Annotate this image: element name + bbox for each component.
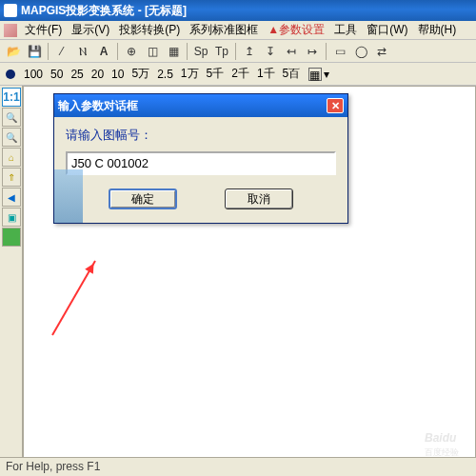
menu-series[interactable]: 系列标准图框: [186, 20, 262, 40]
scale-100[interactable]: 100: [21, 68, 46, 81]
scale-1to1-button[interactable]: 1:1: [2, 88, 21, 107]
status-text: For Help, press F1: [6, 460, 100, 473]
annotation-arrow: [51, 261, 96, 336]
target-button[interactable]: ⊕: [122, 42, 141, 61]
scale-2-5[interactable]: 2.5: [154, 68, 176, 81]
sp-button[interactable]: Sp: [191, 42, 210, 61]
scale-25[interactable]: 25: [68, 68, 86, 81]
scale-dot-icon: [6, 69, 15, 79]
scale-50[interactable]: 50: [48, 68, 66, 81]
menu-window[interactable]: 窗口(W): [363, 20, 411, 40]
scale-10[interactable]: 10: [109, 68, 127, 81]
scale-2q[interactable]: 2千: [228, 66, 252, 82]
menu-projection[interactable]: 投影转换(P): [115, 20, 184, 40]
rect-button[interactable]: ▭: [330, 42, 349, 61]
toolbar-scale: 100 50 25 20 10 5万 2.5 1万 5千 2千 1千 5百 ▦ …: [0, 63, 476, 86]
overlay-button[interactable]: ◫: [143, 42, 162, 61]
app-icon: [4, 4, 17, 17]
toolbar-main: 📂 💾 ∕ Ⲛ A ⊕ ◫ ▦ Sp Tp ↥ ↧ ↤ ↦ ▭ ◯ ⇄: [0, 40, 476, 63]
scale-5q[interactable]: 5千: [204, 66, 228, 82]
cancel-button[interactable]: 取消: [225, 188, 293, 209]
tp-button[interactable]: Tp: [212, 42, 231, 61]
menu-help[interactable]: 帮助(H): [414, 20, 461, 40]
grid-button[interactable]: ▦: [164, 42, 183, 61]
window-titlebar: MAPGIS投影变换系统 - [无标题]: [0, 0, 476, 21]
open-button[interactable]: 📂: [4, 42, 23, 61]
zoom-out-button[interactable]: 🔍: [2, 128, 21, 147]
nav-down-button[interactable]: ↧: [261, 42, 280, 61]
text-tool-button[interactable]: A: [94, 42, 113, 61]
scale-1w[interactable]: 1万: [178, 66, 202, 82]
circle-button[interactable]: ◯: [351, 42, 370, 61]
nav-right-button[interactable]: ↦: [303, 42, 322, 61]
nav-up-button[interactable]: ↥: [240, 42, 259, 61]
ok-button[interactable]: 确定: [109, 188, 177, 209]
layer-button[interactable]: ▣: [2, 208, 21, 227]
eraser-button[interactable]: [2, 228, 21, 247]
nav-left-button[interactable]: ↤: [282, 42, 301, 61]
scale-20[interactable]: 20: [89, 68, 107, 81]
window-title: MAPGIS投影变换系统 - [无标题]: [21, 3, 187, 19]
menubar: 文件(F) 显示(V) 投影转换(P) 系列标准图框 ▲参数设置 工具 窗口(W…: [0, 21, 476, 40]
up-level-button[interactable]: ⇑: [2, 168, 21, 187]
sheet-number-input[interactable]: [71, 156, 330, 170]
dialog-prompt: 请输入图幅号：: [66, 127, 336, 144]
grid-icon[interactable]: ▦: [308, 68, 322, 81]
scale-5b[interactable]: 5百: [280, 66, 304, 82]
menu-tools[interactable]: 工具: [330, 20, 361, 40]
dropdown-icon[interactable]: ▾: [324, 68, 329, 81]
zoom-in-button[interactable]: 🔍: [2, 108, 21, 127]
swap-button[interactable]: ⇄: [372, 42, 391, 61]
sheet-number-field-wrap: [66, 151, 336, 175]
scale-5w[interactable]: 5万: [129, 66, 152, 82]
prev-view-button[interactable]: ◀: [2, 188, 21, 207]
input-param-dialog: 输入参数对话框 ✕ 请输入图幅号： 确定 取消: [53, 93, 348, 224]
dialog-title: 输入参数对话框: [58, 98, 138, 114]
scale-1q[interactable]: 1千: [254, 66, 278, 82]
polyline-tool-button[interactable]: Ⲛ: [73, 42, 92, 61]
dialog-close-button[interactable]: ✕: [327, 98, 344, 113]
dialog-titlebar: 输入参数对话框 ✕: [54, 94, 347, 117]
statusbar: For Help, press F1: [0, 457, 476, 476]
line-tool-button[interactable]: ∕: [52, 42, 71, 61]
menu-file[interactable]: 文件(F): [21, 20, 66, 40]
vertical-toolbar: 1:1 🔍 🔍 ⌂ ⇑ ◀ ▣: [0, 86, 23, 476]
doc-icon: [4, 24, 17, 37]
home-button[interactable]: ⌂: [2, 148, 21, 167]
menu-params[interactable]: ▲参数设置: [264, 20, 328, 40]
menu-display[interactable]: 显示(V): [68, 20, 113, 40]
watermark: Baidu 百度经验: [425, 426, 459, 459]
save-button[interactable]: 💾: [25, 42, 44, 61]
